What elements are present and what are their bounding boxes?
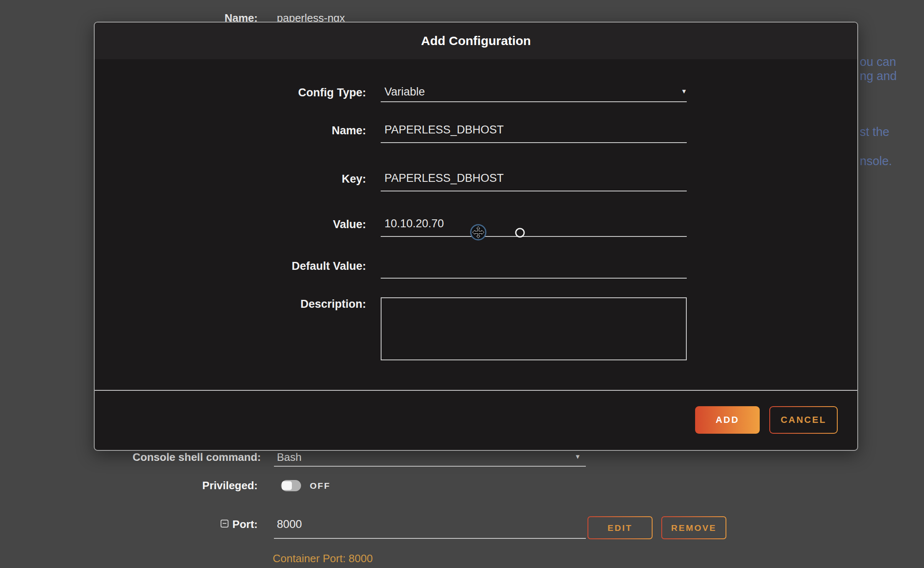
port-value[interactable]: 8000	[277, 518, 302, 531]
console-shell-label: Console shell command:	[133, 451, 258, 464]
move-cursor-icon	[470, 224, 487, 241]
name-label: Name:	[199, 124, 366, 137]
port-underline	[274, 538, 586, 539]
container-port-note: Container Port: 8000	[273, 552, 373, 565]
add-button[interactable]: ADD	[695, 406, 760, 434]
port-edit-button[interactable]: EDIT	[588, 516, 653, 539]
description-label: Description:	[199, 298, 366, 311]
help-text-fragment: ng and	[860, 69, 897, 83]
privileged-toggle-state: OFF	[310, 481, 331, 491]
description-textarea[interactable]	[381, 297, 687, 360]
console-shell-underline	[274, 466, 586, 467]
help-text-fragment: ou can	[860, 55, 896, 69]
default-value-input[interactable]	[381, 257, 687, 279]
privileged-toggle[interactable]	[281, 480, 301, 491]
help-text-fragment: nsole.	[860, 154, 892, 168]
value-input[interactable]	[381, 215, 687, 237]
port-label: Port:	[174, 518, 258, 531]
default-value-label: Default Value:	[199, 260, 366, 273]
chevron-down-icon: ▼	[575, 453, 581, 460]
docker-template-page: Name: paperless-ngx ou can ng and st the…	[0, 0, 924, 568]
dialog-title: Add Configuration	[421, 34, 531, 48]
key-input[interactable]	[381, 170, 687, 191]
config-type-label: Config Type:	[199, 86, 366, 99]
value-label: Value:	[199, 218, 366, 231]
dialog-header: Add Configuration	[95, 23, 857, 59]
config-type-select[interactable]	[381, 85, 687, 102]
console-shell-select[interactable]: Bash	[277, 451, 301, 464]
key-label: Key:	[199, 173, 366, 186]
circle-cursor-icon	[515, 227, 525, 238]
cancel-button[interactable]: CANCEL	[769, 406, 838, 434]
toggle-knob-icon	[282, 481, 292, 490]
footer-divider	[95, 390, 857, 391]
name-input[interactable]	[381, 121, 687, 143]
privileged-label: Privileged:	[174, 479, 258, 492]
port-remove-button[interactable]: REMOVE	[661, 516, 726, 539]
help-text-fragment: st the	[860, 125, 889, 139]
